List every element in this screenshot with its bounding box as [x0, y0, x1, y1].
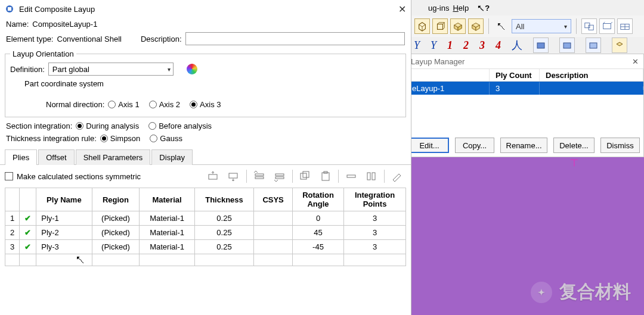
- before-analysis-radio[interactable]: Before analysis: [148, 121, 212, 130]
- table-row[interactable]: [5, 254, 406, 266]
- pattern-ply-icon[interactable]: [363, 169, 380, 184]
- wire-view3-icon[interactable]: [617, 18, 633, 34]
- thickness-cell[interactable]: 0.25: [194, 226, 254, 240]
- insert-after-icon[interactable]: [225, 169, 243, 184]
- wechat-icon: ✦: [531, 282, 552, 303]
- col-material[interactable]: Material: [140, 188, 194, 211]
- delete-button[interactable]: Delete...: [553, 138, 595, 153]
- tab-bar: Plies Offset Shell Parameters Display: [0, 148, 411, 165]
- copy-ply-icon[interactable]: [296, 169, 314, 184]
- axis-3-icon: 3: [479, 39, 485, 52]
- move-down-icon[interactable]: [271, 169, 289, 184]
- edit-button[interactable]: Edit...: [410, 138, 449, 153]
- view-cube-icon[interactable]: [414, 18, 430, 34]
- toolrow-btn2[interactable]: [559, 38, 575, 53]
- csys-cell[interactable]: [254, 240, 293, 254]
- view-cube2-icon[interactable]: [432, 18, 448, 34]
- ply-name-cell[interactable]: Ply-1: [36, 211, 92, 226]
- layup-row-selected[interactable]: eLayup-1 3: [406, 82, 643, 95]
- table-row[interactable]: 2✔Ply-2(Picked)Material-10.25453: [5, 226, 406, 240]
- menu-plugins[interactable]: ug-ins: [428, 4, 449, 13]
- csys-cell[interactable]: [254, 226, 293, 240]
- ip-cell[interactable]: 3: [344, 211, 406, 226]
- simpson-radio[interactable]: Simpson: [100, 134, 141, 143]
- col-region[interactable]: Region: [92, 188, 140, 211]
- wire-view2-icon[interactable]: [599, 18, 615, 34]
- close-icon[interactable]: ✕: [632, 57, 639, 66]
- layup-manager-title: Layup Manager: [411, 57, 465, 66]
- gauss-radio[interactable]: Gauss: [150, 134, 182, 143]
- tab-plies[interactable]: Plies: [5, 149, 37, 165]
- svg-rect-36: [301, 173, 306, 179]
- rotation-cell[interactable]: 0: [292, 211, 343, 226]
- select-tool-icon[interactable]: ⭦: [496, 20, 507, 33]
- col-ply-name[interactable]: Ply Name: [36, 188, 92, 211]
- col-csys[interactable]: CSYS: [254, 188, 293, 211]
- status-check-icon: ✔: [20, 240, 36, 254]
- svg-rect-33: [255, 177, 264, 179]
- thickness-cell[interactable]: 0.25: [194, 240, 254, 254]
- layup-manager-panel: Layup Manager ✕ Ply Count Description eL…: [405, 54, 644, 157]
- description-input[interactable]: [185, 32, 405, 45]
- csys-cell[interactable]: [254, 211, 293, 226]
- region-cell[interactable]: (Picked): [92, 240, 140, 254]
- menu-help[interactable]: HHelpelp: [453, 4, 469, 13]
- axis3-radio[interactable]: Axis 3: [190, 100, 221, 109]
- layup-plycount-cell: 3: [490, 82, 540, 95]
- col-thickness[interactable]: Thickness: [194, 188, 254, 211]
- tab-display[interactable]: Display: [151, 149, 193, 165]
- tab-offset[interactable]: Offset: [38, 149, 74, 165]
- rotation-cell[interactable]: -45: [292, 240, 343, 254]
- tab-shell-parameters[interactable]: Shell Parameters: [76, 149, 151, 165]
- axis2-radio[interactable]: Axis 2: [149, 100, 180, 109]
- separator: [488, 18, 489, 34]
- ip-cell[interactable]: 3: [344, 240, 406, 254]
- ply-name-cell[interactable]: Ply-2: [36, 226, 92, 240]
- display-group-combo[interactable]: All▾: [512, 19, 571, 33]
- svg-rect-37: [303, 171, 309, 177]
- layup-manager-header: Ply Count Description: [406, 68, 643, 82]
- view-cube4-icon[interactable]: [468, 18, 484, 34]
- table-row[interactable]: 1✔Ply-1(Picked)Material-10.2503: [5, 211, 406, 226]
- region-cell[interactable]: (Picked): [92, 211, 140, 226]
- rename-button[interactable]: Rename...: [500, 138, 547, 153]
- element-type-label: Element type:: [6, 35, 54, 43]
- during-analysis-radio[interactable]: During analysis: [76, 121, 139, 130]
- insert-before-icon[interactable]: [205, 169, 222, 184]
- highlight-ply-icon[interactable]: [388, 169, 406, 184]
- svg-rect-4: [438, 24, 443, 29]
- dismiss-button[interactable]: Dismiss: [600, 138, 640, 153]
- move-up-icon[interactable]: [250, 169, 268, 184]
- name-label: Name:: [6, 20, 29, 29]
- material-cell[interactable]: Material-1: [140, 226, 194, 240]
- material-cell[interactable]: Material-1: [140, 211, 194, 226]
- toolrow-btn1[interactable]: [533, 38, 549, 53]
- view-cube3-icon[interactable]: [450, 18, 466, 34]
- rotation-cell[interactable]: 45: [292, 226, 343, 240]
- thickness-cell[interactable]: 0.25: [194, 211, 254, 226]
- wire-view1-icon[interactable]: [581, 18, 597, 34]
- svg-rect-40: [347, 175, 355, 177]
- row-number: 2: [5, 226, 20, 240]
- table-row[interactable]: 3✔Ply-3(Picked)Material-10.25-453: [5, 240, 406, 254]
- col-rotation[interactable]: Rotation Angle: [292, 188, 343, 211]
- definition-dropdown[interactable]: Part global▾: [48, 63, 174, 76]
- col-integration-points[interactable]: Integration Points: [344, 188, 406, 211]
- paste-ply-icon[interactable]: [317, 169, 335, 184]
- ip-cell[interactable]: 3: [344, 226, 406, 240]
- toolrow-cube-icon[interactable]: [612, 38, 627, 53]
- normal-direction-label: Normal direction:: [46, 100, 104, 109]
- toolrow-btn3[interactable]: [586, 38, 601, 53]
- region-cell[interactable]: (Picked): [92, 226, 140, 240]
- col-description: Description: [540, 69, 643, 81]
- svg-rect-35: [275, 177, 284, 179]
- axis1-radio[interactable]: Axis 1: [108, 100, 139, 109]
- csys-picker-icon[interactable]: [187, 64, 197, 74]
- ply-name-cell[interactable]: Ply-3: [36, 240, 92, 254]
- close-icon[interactable]: ✕: [398, 4, 406, 15]
- delete-ply-icon[interactable]: [342, 169, 360, 184]
- copy-button[interactable]: Copy...: [455, 138, 494, 153]
- symmetric-checkbox[interactable]: [5, 172, 13, 180]
- material-cell[interactable]: Material-1: [140, 240, 194, 254]
- context-help-icon[interactable]: ⭦?: [477, 4, 490, 13]
